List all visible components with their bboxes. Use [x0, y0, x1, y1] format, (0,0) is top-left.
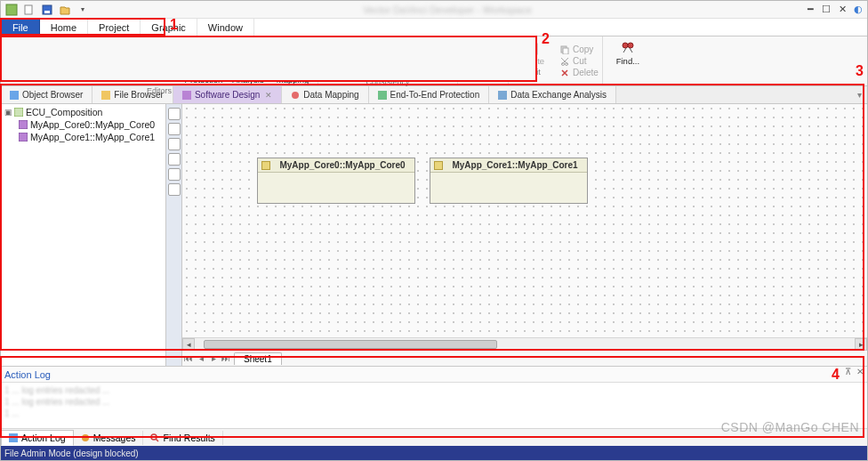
save-icon[interactable] — [40, 3, 54, 17]
design-canvas[interactable]: MyApp_Core0::MyApp_Core0 MyApp_Core1::My… — [182, 104, 867, 337]
paste-button[interactable]: Paste — [512, 38, 555, 68]
qat-dropdown-icon[interactable]: ▾ — [76, 3, 90, 17]
sheet-prev-icon[interactable]: ◂ — [195, 353, 207, 363]
tab-data-mapping[interactable]: Data Mapping — [282, 86, 368, 103]
svg-rect-19 — [563, 48, 568, 54]
svg-point-21 — [566, 62, 568, 65]
svg-text:T: T — [290, 44, 295, 53]
copy-button[interactable]: Copy — [560, 44, 599, 54]
software-design-button[interactable]: Software Design — [93, 38, 136, 86]
menu-project[interactable]: Project — [88, 19, 141, 36]
data-exchange-button[interactable]: Data Exchange Analysis — [227, 38, 269, 86]
palette-tool-3[interactable] — [168, 138, 181, 150]
horizontal-scrollbar[interactable]: ◂ ▸ — [182, 337, 867, 350]
ribbon-group-edit: Paste Edit — [509, 36, 559, 85]
svg-rect-29 — [498, 91, 507, 100]
tree-child-core0[interactable]: MyApp_Core0::MyApp_Core0 — [3, 118, 164, 131]
log-line: 1 ... log entries redacted ... — [4, 396, 864, 408]
tab-data-exchange[interactable]: Data Exchange Analysis — [489, 86, 616, 103]
cut-button[interactable]: Cut — [560, 56, 599, 66]
palette-tool-6[interactable] — [168, 183, 181, 196]
tabs-overflow-icon[interactable]: ▾ — [852, 90, 867, 100]
svg-rect-17 — [531, 42, 534, 44]
help-icon[interactable]: ◐ — [853, 4, 864, 15]
tree-child-core1[interactable]: MyApp_Core1::MyApp_Core1 — [3, 131, 164, 143]
component-icon — [434, 161, 443, 170]
palette-tool-4[interactable] — [168, 153, 181, 166]
check-workspace-button[interactable]: Check Workspace — [366, 38, 409, 77]
tree-root-ecu[interactable]: ▣ECU_Composition — [3, 106, 164, 118]
bottom-tab-messages[interactable]: Messages — [74, 431, 144, 445]
new-icon[interactable] — [22, 3, 36, 17]
svg-rect-7 — [108, 44, 114, 48]
svg-rect-1 — [25, 5, 32, 14]
data-type-button[interactable]: TData Type Mapping — [271, 38, 314, 86]
component-core1[interactable]: MyApp_Core1::MyApp_Core1 — [430, 158, 588, 204]
data-mapping-button[interactable]: Data Mapping — [138, 38, 181, 86]
document-tabs: Object Browser File Browser Software Des… — [1, 86, 867, 104]
menu-graphic[interactable]: Graphic — [141, 19, 197, 36]
svg-rect-8 — [116, 48, 121, 53]
bottom-tab-action-log[interactable]: Action Log — [1, 430, 74, 446]
svg-point-27 — [292, 92, 299, 99]
log-close-icon[interactable]: ✕ — [856, 367, 864, 383]
sheet-tab-1[interactable]: Sheet1 — [234, 352, 282, 365]
sheet-last-icon[interactable]: ⏭ — [220, 353, 232, 363]
sheet-tabs: ⏮◂▸⏭ Sheet1 — [182, 350, 867, 366]
svg-rect-31 — [19, 120, 28, 129]
palette-tool-2[interactable] — [168, 123, 181, 135]
object-browser-button[interactable]: Object Browser — [4, 38, 47, 86]
log-line: 1 ... — [4, 408, 864, 419]
ribbon: Object Browser File Browser Software Des… — [1, 36, 867, 86]
project-tree: ▣ECU_Composition MyApp_Core0::MyApp_Core… — [1, 104, 166, 366]
tab-software-design[interactable]: Software Design✕ — [173, 86, 282, 103]
collapse-icon[interactable]: ▣ — [4, 108, 12, 117]
quick-access-toolbar: ▾ — [4, 3, 90, 17]
file-browser-button[interactable]: File Browser — [49, 38, 92, 86]
component-icon — [261, 161, 270, 170]
ribbon-group-label-edit: Edit — [525, 68, 542, 77]
delete-button[interactable]: Delete — [560, 68, 599, 77]
svg-rect-16 — [528, 44, 537, 54]
log-line: 1 ... log entries redacted ... — [4, 384, 864, 396]
ribbon-group-label-editors: Editors — [145, 86, 173, 96]
bottom-tabs: Action Log Messages Find Results — [1, 428, 867, 446]
svg-rect-3 — [44, 11, 50, 13]
scroll-right-icon[interactable]: ▸ — [855, 338, 867, 351]
properties-button[interactable]: Properties... — [462, 38, 504, 68]
svg-rect-26 — [182, 91, 191, 100]
find-button[interactable]: Find... — [607, 38, 649, 68]
ribbon-group-editors: Object Browser File Browser Software Des… — [1, 36, 318, 85]
maximize-button[interactable]: ☐ — [821, 4, 832, 15]
component-core0[interactable]: MyApp_Core0::MyApp_Core0 — [257, 158, 415, 204]
tab-object-browser[interactable]: Object Browser — [1, 86, 92, 103]
tab-e2e-protection[interactable]: End-To-End Protection — [369, 86, 490, 103]
annotation-3: 3 — [856, 63, 864, 79]
action-log-panel: Action Log 4 ⊼ ✕ 1 ... log entries redac… — [1, 366, 867, 446]
log-pin-icon[interactable]: ⊼ — [845, 367, 851, 383]
palette-tool-1[interactable] — [168, 108, 181, 120]
sheet-first-icon[interactable]: ⏮ — [182, 353, 195, 363]
app-icon[interactable] — [4, 3, 19, 17]
action-log-body: 1 ... log entries redacted ... 1 ... log… — [1, 383, 867, 428]
open-icon[interactable] — [58, 3, 72, 17]
scroll-thumb[interactable] — [204, 340, 497, 349]
svg-rect-28 — [378, 91, 387, 100]
close-icon[interactable]: ✕ — [265, 91, 272, 100]
menu-window[interactable]: Window — [197, 19, 254, 36]
close-button[interactable]: ✕ — [837, 4, 848, 15]
tool-palette — [166, 104, 182, 366]
check-button[interactable]: Check — [322, 38, 365, 77]
svg-point-34 — [82, 434, 89, 441]
menu-file[interactable]: File — [1, 19, 40, 36]
window-title: Vector DaVinci Developer - Workspace — [90, 4, 805, 15]
bottom-tab-find-results[interactable]: Find Results — [143, 431, 222, 445]
e2e-protection-button[interactable]: End-To-End Protection — [182, 38, 225, 86]
scroll-left-icon[interactable]: ◂ — [182, 338, 195, 351]
palette-tool-5[interactable] — [168, 168, 181, 181]
minimize-button[interactable]: ━ — [805, 4, 816, 15]
menu-home[interactable]: Home — [40, 19, 88, 36]
check-settings-button[interactable]: Check Settings... — [411, 38, 454, 77]
status-bar: File Admin Mode (design blocked) — [1, 446, 867, 460]
sheet-next-icon[interactable]: ▸ — [207, 353, 220, 363]
